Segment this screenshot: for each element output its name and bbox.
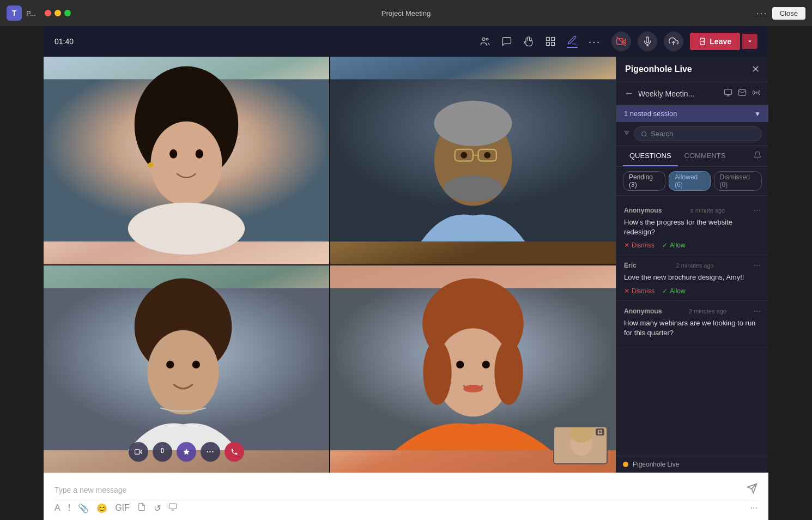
svg-line-50 xyxy=(645,135,646,136)
search-input-field[interactable]: Search xyxy=(634,126,762,141)
allow-button-1[interactable]: ✓ Allow xyxy=(662,241,686,249)
svg-point-24 xyxy=(484,152,490,159)
pin-btn[interactable] xyxy=(177,442,196,462)
svg-point-18 xyxy=(434,101,512,146)
share-screen-icon[interactable] xyxy=(664,32,683,51)
question-text-2: Love the new brochure designs, Amy!! xyxy=(624,273,761,282)
pigeonhole-status-dot xyxy=(623,462,628,467)
nested-session-bar[interactable]: 1 nested session ▼ xyxy=(616,105,768,122)
svg-rect-5 xyxy=(551,43,554,46)
nested-session-text: 1 nested session xyxy=(624,110,677,118)
chat-toolbar-more-icon[interactable]: ··· xyxy=(750,503,758,513)
question-time-3: 2 minutes ago xyxy=(689,308,726,315)
filter-pending[interactable]: Pending (3) xyxy=(623,171,665,191)
panel-nav-icons xyxy=(724,88,761,99)
chat-send-button[interactable] xyxy=(747,483,758,497)
mic-toggle-btn[interactable] xyxy=(153,442,172,462)
camera-mute-icon[interactable] xyxy=(611,32,631,51)
gif-icon[interactable]: GIF xyxy=(115,503,130,513)
mic-icon[interactable] xyxy=(638,32,657,51)
display-icon[interactable] xyxy=(724,88,732,99)
tab-questions[interactable]: QUESTIONS xyxy=(623,146,678,166)
title-bar-right: ··· Close xyxy=(756,7,805,20)
app-title: P... xyxy=(26,9,36,17)
dismiss-button-1[interactable]: ✕ Dismiss xyxy=(624,241,655,249)
panel-footer: Pigeonhole Live xyxy=(616,456,768,473)
video-grid: ··· xyxy=(44,57,616,473)
more-options-btn[interactable]: ··· xyxy=(201,442,220,462)
notifications-bell-icon[interactable] xyxy=(753,151,762,162)
filter-pills: Pending (3) Allowed (6) Dismissed (0) xyxy=(616,167,768,196)
svg-rect-53 xyxy=(169,504,176,509)
fullscreen-traffic-light[interactable] xyxy=(64,10,71,16)
more-toolbar-icon[interactable]: ··· xyxy=(589,35,601,48)
mail-icon[interactable] xyxy=(738,88,747,99)
panel-back-icon[interactable]: ← xyxy=(624,88,634,99)
search-icon xyxy=(641,131,647,137)
chat-toolbar-icon[interactable] xyxy=(501,36,512,47)
panel-close-button[interactable]: ✕ xyxy=(752,63,760,75)
svg-point-15 xyxy=(148,162,154,168)
filter-dismissed[interactable]: Dismissed (0) xyxy=(714,171,762,191)
svg-rect-30 xyxy=(135,450,140,454)
participants-toolbar-icon[interactable] xyxy=(480,36,490,47)
pip-expand-icon[interactable]: ⊡ xyxy=(596,428,604,436)
emoji-icon[interactable]: 😊 xyxy=(96,503,107,513)
chat-input-row xyxy=(54,477,758,500)
svg-rect-3 xyxy=(551,38,554,41)
question-item-1: Anonymous a minute ago ··· How's the pro… xyxy=(616,200,768,255)
whiteboard-chat-icon[interactable] xyxy=(168,503,177,513)
raise-hand-toolbar-icon[interactable] xyxy=(523,36,534,47)
allow-button-2[interactable]: ✓ Allow xyxy=(662,287,686,295)
title-bar: T P... Project Meeting ··· Close xyxy=(0,0,812,26)
minimize-traffic-light[interactable] xyxy=(54,10,61,16)
filter-icon[interactable] xyxy=(623,129,631,138)
broadcast-icon[interactable] xyxy=(752,88,761,99)
hangup-btn[interactable] xyxy=(225,442,244,462)
svg-point-36 xyxy=(456,360,464,368)
panel-title: Pigeonhole Live xyxy=(625,64,692,74)
close-traffic-light[interactable] xyxy=(45,10,51,16)
chat-input-field[interactable] xyxy=(54,486,747,494)
svg-point-35 xyxy=(494,340,523,404)
dismiss-button-2[interactable]: ✕ Dismiss xyxy=(624,287,655,295)
side-panel: Pigeonhole Live ✕ ← Weekly Meetin... xyxy=(616,57,768,473)
question-meta-3: Anonymous 2 minutes ago ··· xyxy=(624,306,761,316)
panel-search-bar: Search xyxy=(616,122,768,146)
question-more-2[interactable]: ··· xyxy=(754,261,761,270)
leave-dropdown-chevron[interactable] xyxy=(742,34,758,49)
question-text-1: How's the progress for the website redes… xyxy=(624,217,761,237)
chat-area: A ! 📎 😊 GIF ↺ ··· xyxy=(44,473,768,520)
question-more-3[interactable]: ··· xyxy=(754,306,761,316)
panel-meeting-title: Weekly Meetin... xyxy=(638,89,719,98)
question-actions-1: ✕ Dismiss ✓ Allow xyxy=(624,241,761,249)
leave-button[interactable]: Leave xyxy=(690,33,740,50)
close-button[interactable]: Close xyxy=(772,7,805,20)
video-cell-1 xyxy=(44,57,329,264)
video-cell-2 xyxy=(330,57,616,264)
tab-comments[interactable]: COMMENTS xyxy=(678,146,732,166)
window-more-icon[interactable]: ··· xyxy=(756,8,768,19)
video-feed-3 xyxy=(44,265,329,473)
question-more-1[interactable]: ··· xyxy=(754,205,761,215)
chat-toolbar-row: A ! 📎 😊 GIF ↺ ··· xyxy=(54,500,758,516)
svg-rect-42 xyxy=(724,89,731,94)
format-icon[interactable]: A xyxy=(54,503,60,513)
question-time-1: a minute ago xyxy=(690,207,725,214)
toolbar-icons-group: ··· xyxy=(480,35,601,48)
leave-button-group[interactable]: Leave xyxy=(690,33,758,50)
sticker-icon[interactable] xyxy=(137,503,146,513)
svg-point-34 xyxy=(423,340,451,404)
rooms-toolbar-icon[interactable] xyxy=(545,36,556,47)
content-area: ··· xyxy=(44,57,768,473)
search-placeholder: Search xyxy=(651,130,673,138)
important-icon[interactable]: ! xyxy=(68,503,70,513)
pip-thumbnail: ⊡ xyxy=(553,426,608,464)
video-toggle-btn[interactable] xyxy=(129,442,148,462)
loop-icon[interactable]: ↺ xyxy=(154,503,161,513)
attach-icon[interactable]: 📎 xyxy=(78,503,89,513)
question-item-3: Anonymous 2 minutes ago ··· How many web… xyxy=(616,301,768,348)
whiteboard-toolbar-icon[interactable] xyxy=(567,35,578,48)
questions-list: Anonymous a minute ago ··· How's the pro… xyxy=(616,196,768,456)
filter-allowed[interactable]: Allowed (6) xyxy=(669,171,710,191)
